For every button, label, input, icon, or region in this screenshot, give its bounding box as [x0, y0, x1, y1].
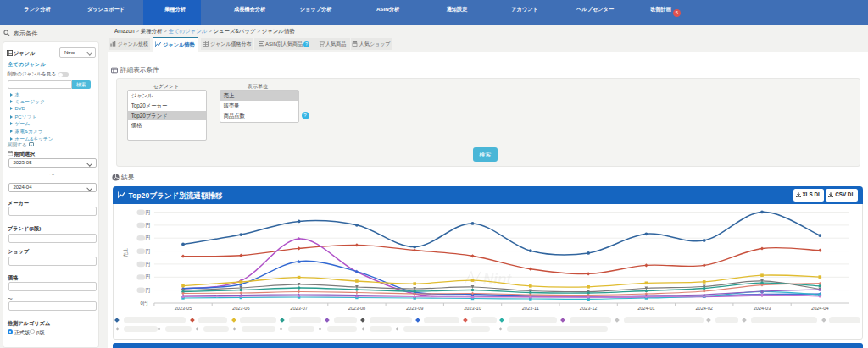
svg-text:2024-03: 2024-03	[754, 306, 771, 311]
svg-text:円: 円	[146, 274, 151, 279]
svg-text:2024-02: 2024-02	[695, 306, 713, 311]
svg-text:2024-04: 2024-04	[811, 306, 829, 311]
svg-text:2024-01: 2024-01	[637, 306, 655, 311]
svg-text:2023-06: 2023-06	[232, 306, 250, 311]
svg-text:2023-07: 2023-07	[290, 306, 308, 311]
svg-text:2023-12: 2023-12	[580, 306, 598, 311]
svg-text:円: 円	[146, 235, 151, 240]
svg-text:円: 円	[146, 249, 151, 254]
svg-text:2023-09: 2023-09	[406, 306, 424, 311]
svg-text:0円: 0円	[141, 301, 148, 306]
svg-text:円: 円	[146, 262, 151, 267]
svg-text:Nint: Nint	[483, 271, 512, 287]
svg-text:円: 円	[146, 210, 151, 215]
svg-text:円: 円	[146, 288, 151, 293]
svg-text:円: 円	[146, 223, 151, 228]
svg-text:2023-05: 2023-05	[175, 306, 192, 311]
svg-text:2023-08: 2023-08	[348, 306, 366, 311]
svg-text:2023-11: 2023-11	[522, 306, 539, 311]
svg-text:売上: 売上	[123, 248, 129, 258]
svg-text:2023-10: 2023-10	[464, 306, 481, 311]
